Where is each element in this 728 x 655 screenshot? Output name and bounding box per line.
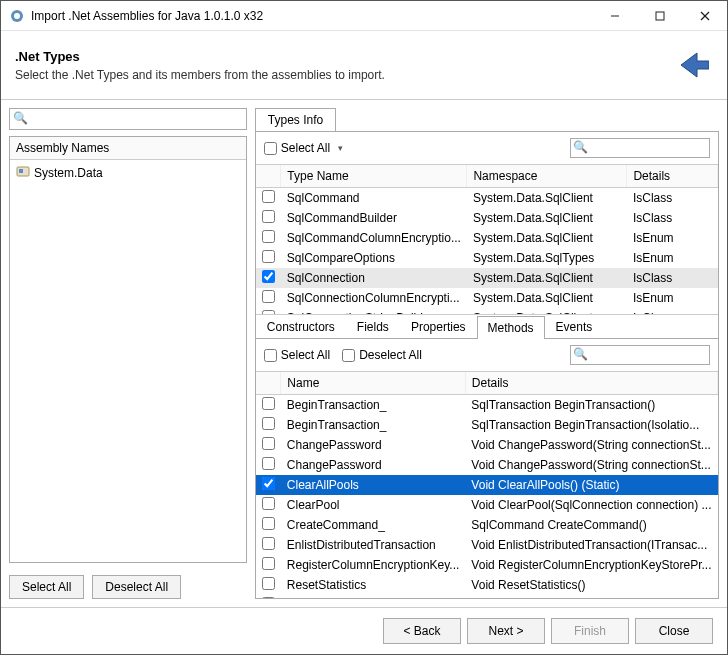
table-row[interactable]: SqlCommandBuilderSystem.Data.SqlClientIs… (256, 208, 718, 228)
types-col-name[interactable]: Type Name (281, 165, 467, 188)
method-row-checkbox[interactable] (262, 597, 275, 598)
method-row-checkbox[interactable] (262, 477, 275, 490)
assembly-list: Assembly Names System.Data (9, 136, 247, 563)
type-name-cell: SqlCompareOptions (281, 248, 467, 268)
member-tabs: Constructors Fields Properties Methods E… (256, 314, 718, 338)
table-row[interactable]: SqlCommandColumnEncryptio...System.Data.… (256, 228, 718, 248)
methods-search: 🔍 (570, 345, 710, 365)
type-row-checkbox[interactable] (262, 290, 275, 303)
methods-deselect-all-label: Deselect All (359, 348, 422, 362)
method-row-checkbox[interactable] (262, 397, 275, 410)
method-row-checkbox[interactable] (262, 497, 275, 510)
tab-types-info[interactable]: Types Info (255, 108, 336, 131)
type-details-cell: IsClass (627, 268, 718, 288)
assembly-item[interactable]: System.Data (10, 160, 246, 185)
method-details-cell: SqlCommand CreateCommand() (465, 515, 717, 535)
methods-search-input[interactable] (570, 345, 710, 365)
type-details-cell: IsClass (627, 188, 718, 209)
method-row-checkbox[interactable] (262, 437, 275, 450)
search-icon: 🔍 (13, 111, 28, 125)
type-name-cell: SqlConnectionColumnEncrypti... (281, 288, 467, 308)
tab-constructors[interactable]: Constructors (256, 315, 346, 338)
import-arrow-icon (665, 41, 713, 89)
method-name-cell: ResetStatistics (281, 575, 466, 595)
table-row[interactable]: SqlCommandSystem.Data.SqlClientIsClass (256, 188, 718, 209)
method-row-checkbox[interactable] (262, 417, 275, 430)
type-row-checkbox[interactable] (262, 250, 275, 263)
tab-events[interactable]: Events (545, 315, 604, 338)
type-namespace-cell: System.Data.SqlTypes (467, 248, 627, 268)
type-row-checkbox[interactable] (262, 190, 275, 203)
type-row-checkbox[interactable] (262, 210, 275, 223)
method-row-checkbox[interactable] (262, 537, 275, 550)
wizard-body: 🔍 Assembly Names System.Data Select All … (1, 100, 727, 607)
page-title: .Net Types (15, 49, 665, 64)
table-row[interactable]: SqlCompareOptionsSystem.Data.SqlTypesIsE… (256, 248, 718, 268)
minimize-button[interactable] (592, 1, 637, 31)
method-details-cell: Void ResetStatistics() (465, 575, 717, 595)
types-grid[interactable]: Type Name Namespace Details SqlCommandSy… (256, 164, 718, 314)
back-button[interactable]: < Back (383, 618, 461, 644)
tab-properties[interactable]: Properties (400, 315, 477, 338)
close-button[interactable] (682, 1, 727, 31)
type-namespace-cell: System.Data.SqlClient (467, 288, 627, 308)
table-row[interactable]: SqlConnectionColumnEncrypti...System.Dat… (256, 288, 718, 308)
types-select-all-checkbox[interactable]: Select All ▾ (264, 141, 343, 155)
methods-select-all-label: Select All (281, 348, 330, 362)
method-name-cell: CreateCommand_ (281, 515, 466, 535)
select-all-assemblies-button[interactable]: Select All (9, 575, 84, 599)
table-row[interactable]: ClearAllPoolsVoid ClearAllPools() (Stati… (256, 475, 718, 495)
method-details-cell: SqlTransaction BeginTransaction() (465, 395, 717, 416)
type-namespace-cell: System.Data.SqlClient (467, 268, 627, 288)
method-row-checkbox[interactable] (262, 577, 275, 590)
table-row[interactable]: RetrieveStatisticsIDictionary RetrieveSt… (256, 595, 718, 598)
types-search-input[interactable] (570, 138, 710, 158)
tab-fields[interactable]: Fields (346, 315, 400, 338)
method-name-cell: BeginTransaction_ (281, 415, 466, 435)
types-col-namespace[interactable]: Namespace (467, 165, 627, 188)
next-button[interactable]: Next > (467, 618, 545, 644)
type-name-cell: SqlCommandColumnEncryptio... (281, 228, 467, 248)
method-details-cell: Void EnlistDistributedTransaction(ITrans… (465, 535, 717, 555)
deselect-all-assemblies-button[interactable]: Deselect All (92, 575, 181, 599)
type-row-checkbox[interactable] (262, 230, 275, 243)
table-row[interactable]: ResetStatisticsVoid ResetStatistics() (256, 575, 718, 595)
type-details-cell: IsClass (627, 208, 718, 228)
assembly-column-header[interactable]: Assembly Names (10, 137, 246, 160)
table-row[interactable]: ChangePasswordVoid ChangePassword(String… (256, 455, 718, 475)
method-row-checkbox[interactable] (262, 517, 275, 530)
methods-deselect-all-checkbox[interactable]: Deselect All (342, 348, 422, 362)
type-namespace-cell: System.Data.SqlClient (467, 208, 627, 228)
maximize-button[interactable] (637, 1, 682, 31)
app-icon (9, 8, 25, 24)
methods-select-all-checkbox[interactable]: Select All (264, 348, 330, 362)
method-details-cell: Void ClearPool(SqlConnection connection)… (465, 495, 717, 515)
assembly-search-input[interactable] (9, 108, 247, 130)
method-details-cell: Void RegisterColumnEncryptionKeyStorePr.… (465, 555, 717, 575)
types-select-all-label: Select All (281, 141, 330, 155)
table-row[interactable]: BeginTransaction_SqlTransaction BeginTra… (256, 395, 718, 416)
table-row[interactable]: BeginTransaction_SqlTransaction BeginTra… (256, 415, 718, 435)
method-row-checkbox[interactable] (262, 457, 275, 470)
table-row[interactable]: SqlConnectionSystem.Data.SqlClientIsClas… (256, 268, 718, 288)
table-row[interactable]: EnlistDistributedTransactionVoid EnlistD… (256, 535, 718, 555)
table-row[interactable]: CreateCommand_SqlCommand CreateCommand() (256, 515, 718, 535)
dropdown-icon[interactable]: ▾ (338, 143, 343, 153)
close-wizard-button[interactable]: Close (635, 618, 713, 644)
method-name-cell: ClearAllPools (281, 475, 466, 495)
methods-col-details[interactable]: Details (465, 372, 717, 395)
tab-methods[interactable]: Methods (477, 316, 545, 339)
methods-col-name[interactable]: Name (281, 372, 466, 395)
table-row[interactable]: ChangePasswordVoid ChangePassword(String… (256, 435, 718, 455)
types-col-details[interactable]: Details (627, 165, 718, 188)
type-row-checkbox[interactable] (262, 270, 275, 283)
wizard-header: .Net Types Select the .Net Types and its… (1, 31, 727, 100)
table-row[interactable]: RegisterColumnEncryptionKey...Void Regis… (256, 555, 718, 575)
assembly-item-label: System.Data (34, 166, 103, 180)
svg-rect-8 (19, 169, 23, 173)
method-row-checkbox[interactable] (262, 557, 275, 570)
type-details-cell: IsEnum (627, 248, 718, 268)
table-row[interactable]: ClearPoolVoid ClearPool(SqlConnection co… (256, 495, 718, 515)
methods-grid[interactable]: Name Details BeginTransaction_SqlTransac… (256, 371, 718, 598)
svg-point-1 (14, 13, 20, 19)
